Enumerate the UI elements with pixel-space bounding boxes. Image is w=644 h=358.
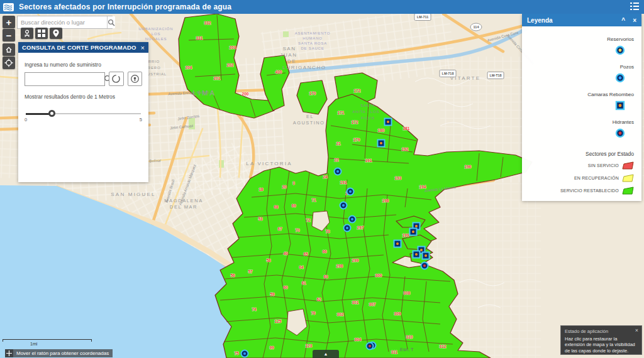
area-label: NOGALES xyxy=(145,37,167,41)
search-input[interactable] xyxy=(18,16,107,28)
sector-number: 123 xyxy=(306,344,313,348)
camara-marker[interactable] xyxy=(378,140,385,147)
sector-number: 202 xyxy=(227,63,234,67)
supply-number-label: Ingresa tu numero de suministro xyxy=(25,62,142,68)
district-label: EL xyxy=(306,114,314,119)
app-state-popup-title: Estado de aplicación xyxy=(565,328,638,334)
sector-number: 196 xyxy=(465,165,472,169)
page-title: Sectores afectados por Interrupción prog… xyxy=(19,3,231,11)
pozo-marker[interactable] xyxy=(340,202,347,209)
zoom-in-button[interactable]: + xyxy=(3,16,15,28)
basemap-gallery-button[interactable] xyxy=(35,28,48,39)
legend-circle-icon xyxy=(615,73,625,85)
sedapal-logo xyxy=(3,3,14,11)
sector-number: 64 xyxy=(299,265,304,269)
pozo-marker[interactable] xyxy=(347,188,354,195)
sector-number: 125 xyxy=(275,319,282,323)
pozo-marker[interactable] xyxy=(349,216,356,223)
consulta-panel-header[interactable]: CONSULTA DE CORTE PROGRAMADO × xyxy=(18,42,148,53)
sector-number: 193 xyxy=(395,176,402,180)
sector-number: 297 xyxy=(357,225,364,230)
layer-list-icon[interactable] xyxy=(630,1,639,13)
sector-number: 40 xyxy=(283,251,288,256)
legend-panel: Leyenda ^ × ReservoriosPozosCamaras Rebo… xyxy=(522,14,641,201)
slider-handle[interactable] xyxy=(48,110,55,117)
sector-number: 312 xyxy=(440,344,447,349)
supply-number-field xyxy=(25,72,105,86)
slider-max-label: 5 xyxy=(140,117,142,122)
camara-marker[interactable] xyxy=(410,229,417,236)
area-label: ASENTAMIENTO xyxy=(295,31,330,35)
sector-number: 72 xyxy=(306,218,311,222)
district-label: JUAN xyxy=(280,52,297,58)
hidrante-marker[interactable] xyxy=(421,263,428,269)
sector-number: 75 xyxy=(234,351,239,355)
search-bar xyxy=(17,16,113,29)
district-label: SAN MIGUEL xyxy=(111,192,155,197)
sector-number: 60 xyxy=(283,285,288,290)
legend-item-label: Camaras Rebombeo xyxy=(587,92,634,97)
map-attribution: Esri, T xyxy=(400,347,414,352)
legend-header[interactable]: Leyenda ^ × xyxy=(522,14,641,26)
legend-status-row: SIN SERVICIO xyxy=(588,161,634,170)
coordinates-statusbar: Mover el ratón para obtener coordenadas xyxy=(5,349,113,357)
app-state-popup: Estado de aplicación × Haz clic para res… xyxy=(560,325,642,355)
near-me-tool-button[interactable] xyxy=(21,28,33,39)
consulta-panel-title: CONSULTA DE CORTE PROGRAMADO xyxy=(22,44,136,51)
legend-close-button[interactable]: × xyxy=(633,17,636,24)
legend-status-row: SERVICIO RESTABLECIDO xyxy=(560,187,634,195)
pozo-marker[interactable] xyxy=(335,168,341,175)
area-label: FICUS xyxy=(361,116,375,120)
basemap-grid-icon xyxy=(38,30,45,37)
zoom-out-button[interactable]: − xyxy=(3,29,15,41)
sector-number: 61 xyxy=(301,281,306,285)
pick-location-button[interactable] xyxy=(128,72,143,86)
chevron-up-icon: ▲ xyxy=(324,352,328,356)
area-label: ANITA - LOS xyxy=(352,110,379,114)
sector-number: 400 xyxy=(275,70,282,74)
streetview-tool-button[interactable] xyxy=(50,28,62,39)
svg-text:LM-T18: LM-T18 xyxy=(489,73,501,77)
camara-marker[interactable] xyxy=(385,119,392,126)
district-label: DEL MAR xyxy=(170,204,197,210)
hidrante-marker[interactable] xyxy=(367,343,374,350)
consulta-close-button[interactable]: × xyxy=(141,44,145,52)
locate-button[interactable] xyxy=(3,57,15,69)
sector-number: 24 xyxy=(323,175,328,179)
sector-number: 199 xyxy=(402,233,409,237)
home-button[interactable] xyxy=(3,43,15,56)
sector-number: 191 xyxy=(340,180,347,185)
clear-selection-button[interactable] xyxy=(109,72,124,86)
supply-number-input[interactable] xyxy=(25,73,104,85)
crosshair-icon[interactable] xyxy=(5,349,13,357)
district-label: DE xyxy=(287,58,296,64)
pozo-marker[interactable] xyxy=(242,350,248,357)
search-button[interactable] xyxy=(107,16,115,28)
app-state-popup-close[interactable]: × xyxy=(635,327,638,334)
location-pin-icon xyxy=(52,29,60,38)
app-state-popup-body: Haz clic para restaurar la extensión de … xyxy=(565,336,638,354)
sector-number: 194 xyxy=(419,185,426,189)
sector-number: 53 xyxy=(258,217,263,221)
legend-item-label: Pozos xyxy=(620,64,634,70)
scalebar: 1mi xyxy=(3,339,92,346)
legend-status-row: EN RECUPERACIÓN xyxy=(574,174,634,182)
sector-number: 308 xyxy=(404,291,411,295)
sector-number: 179 xyxy=(353,138,360,142)
sector-number: 170 xyxy=(309,91,316,95)
sector-number: 71 xyxy=(311,198,316,202)
camara-marker[interactable] xyxy=(423,252,430,259)
camara-marker[interactable] xyxy=(394,241,401,247)
sector-number: 65 xyxy=(303,252,308,256)
sector-number: 99 xyxy=(269,345,274,350)
legend-collapse-button[interactable]: ^ xyxy=(621,17,625,24)
attribute-table-tab[interactable]: ▲ xyxy=(313,350,339,358)
camara-marker[interactable] xyxy=(413,251,420,258)
sector-number: 58 xyxy=(266,258,271,263)
area-label: SANTA ROSA xyxy=(298,41,327,45)
sector-number: 204 xyxy=(186,65,192,70)
pozo-marker[interactable] xyxy=(344,225,351,232)
sector-number: 307 xyxy=(369,302,376,306)
sector-number: 56 xyxy=(230,273,235,278)
pin-icon xyxy=(130,74,140,84)
